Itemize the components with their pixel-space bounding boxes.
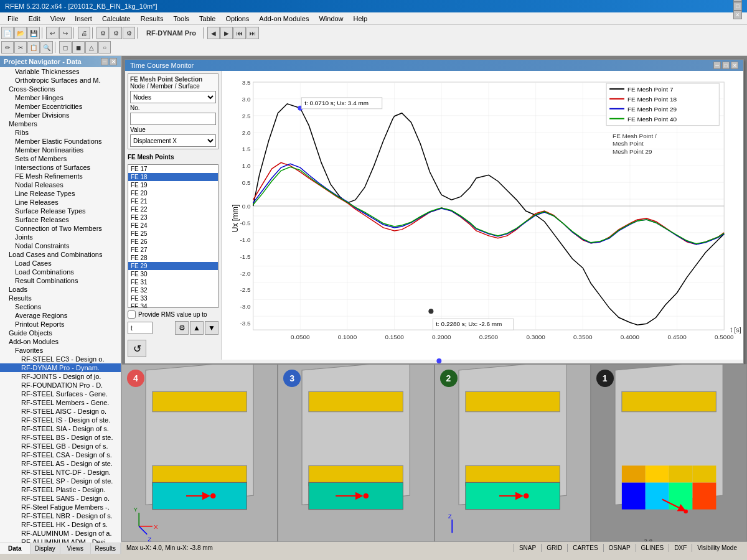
menu-calculate[interactable]: Calculate (97, 14, 136, 24)
sidebar-item-50[interactable]: RF-Steel Fatigue Members -. (0, 503, 121, 511)
sidebar-item-13[interactable]: Nodal Releases (0, 180, 121, 189)
sidebar-tab-results[interactable]: Results (91, 543, 121, 554)
fe-mesh-item[interactable]: FE 28 (128, 254, 218, 262)
tcm-close[interactable]: ✕ (731, 62, 738, 69)
sidebar-minimize[interactable]: ─ (101, 58, 108, 65)
value-dropdown[interactable]: Displacement X (130, 134, 216, 147)
sidebar-item-21[interactable]: Load Cases and Combinations (0, 250, 121, 259)
tb-c1[interactable]: ◀ (207, 27, 220, 39)
tb-b2[interactable]: ⚙ (110, 27, 122, 39)
fe-mesh-item[interactable]: FE 31 (128, 278, 218, 286)
tb-c2[interactable]: ▶ (220, 27, 233, 39)
sidebar-item-41[interactable]: RF-STEEL SIA - Design of s. (0, 424, 121, 433)
fe-mesh-item[interactable]: FE 19 (128, 181, 218, 189)
sidebar-tab-display[interactable]: Display (31, 543, 61, 554)
sidebar-item-12[interactable]: FE Mesh Refinements (0, 172, 121, 180)
menu-table[interactable]: Table (194, 14, 220, 24)
sidebar-item-9[interactable]: Member Nonlinearities (0, 146, 121, 154)
sidebar-item-22[interactable]: Load Cases (0, 259, 121, 268)
tb-b1[interactable]: ⚙ (96, 27, 109, 39)
sidebar-item-27[interactable]: Sections (0, 302, 121, 311)
sidebar-item-17[interactable]: Surface Releases (0, 215, 121, 224)
sidebar-item-10[interactable]: Sets of Members (0, 154, 121, 163)
sidebar-item-14[interactable]: Line Release Types (0, 189, 121, 198)
sidebar-item-19[interactable]: Joints (0, 233, 121, 241)
sidebar-item-29[interactable]: Printout Reports (0, 320, 121, 329)
sidebar-item-40[interactable]: RF-STEEL IS - Design of ste. (0, 416, 121, 424)
tb-open[interactable]: 📂 (14, 27, 27, 39)
menu-help[interactable]: Help (349, 14, 373, 24)
sidebar-item-37[interactable]: RF-STEEL Surfaces - Gene. (0, 390, 121, 398)
sidebar-item-54[interactable]: RF-ALUMINUM ADM - Desi. (0, 538, 121, 543)
sidebar-item-32[interactable]: Favorites (0, 346, 121, 355)
maximize-btn[interactable]: □ (733, 2, 742, 11)
sidebar-item-11[interactable]: Intersections of Surfaces (0, 163, 121, 172)
fe-mesh-item[interactable]: FE 21 (128, 197, 218, 205)
sidebar-item-35[interactable]: RF-JOINTS - Design of jo. (0, 372, 121, 381)
no-input[interactable] (130, 113, 216, 125)
tcm-maximize[interactable]: □ (722, 62, 730, 69)
menu-file[interactable]: File (2, 14, 24, 24)
sidebar-item-53[interactable]: RF-ALUMINUM - Design of a. (0, 529, 121, 538)
fe-mesh-item[interactable]: FE 24 (128, 222, 218, 230)
tb-print[interactable]: 🖨 (78, 27, 90, 39)
fe-mesh-item[interactable]: FE 29 (128, 262, 218, 270)
sidebar-item-47[interactable]: RF-STEEL SP - Design of ste. (0, 477, 121, 485)
fe-mesh-item[interactable]: FE 34 (128, 302, 218, 308)
fe-mesh-item[interactable]: FE 23 (128, 213, 218, 222)
tb-d1[interactable]: ✏ (1, 41, 14, 54)
sidebar-item-26[interactable]: Results (0, 294, 121, 302)
tb-e2[interactable]: ◼ (72, 41, 85, 54)
status-dxf[interactable]: DXF (669, 544, 692, 552)
status-grid[interactable]: GRID (541, 544, 567, 552)
tb-b3[interactable]: ⚙ (123, 27, 135, 39)
sidebar-item-1[interactable]: Orthotropic Surfaces and M. (0, 76, 121, 85)
tcm-minimize[interactable]: ─ (713, 62, 721, 69)
tb-c3[interactable]: ⏮ (233, 27, 246, 39)
fe-mesh-item[interactable]: FE 25 (128, 230, 218, 238)
sidebar-item-36[interactable]: RF-FOUNDATION Pro - D. (0, 381, 121, 390)
sidebar-item-42[interactable]: RF-STEEL BS - Design of ste. (0, 433, 121, 442)
sidebar-item-7[interactable]: Ribs (0, 128, 121, 137)
sidebar-item-31[interactable]: Add-on Modules (0, 337, 121, 346)
sidebar-item-25[interactable]: Loads (0, 285, 121, 294)
node-member-dropdown[interactable]: Nodes (130, 91, 216, 103)
menu-insert[interactable]: Insert (70, 14, 97, 24)
tb-new[interactable]: 📄 (1, 27, 14, 39)
sidebar-item-4[interactable]: Member Eccentricities (0, 102, 121, 111)
sidebar-item-20[interactable]: Nodal Constraints (0, 241, 121, 250)
status-cartes[interactable]: CARTES (567, 544, 603, 552)
status-osnap[interactable]: OSNAP (603, 544, 636, 552)
sidebar-item-39[interactable]: RF-STEEL AISC - Design o. (0, 407, 121, 416)
tb-e1[interactable]: ◻ (59, 41, 72, 54)
tcm-scroll-up[interactable]: ▲ (190, 321, 204, 335)
fe-mesh-item[interactable]: FE 33 (128, 294, 218, 302)
close-btn[interactable]: ✕ (733, 11, 742, 19)
tcm-settings-btn[interactable]: ⚙ (175, 321, 189, 335)
sidebar-item-15[interactable]: Line Releases (0, 198, 121, 207)
sidebar-item-49[interactable]: RF-STEEL SANS - Design o. (0, 494, 121, 503)
sidebar-item-38[interactable]: RF-STEEL Members - Gene. (0, 398, 121, 407)
sidebar-item-52[interactable]: RF-STEEL HK - Design of s. (0, 520, 121, 529)
tb-d3[interactable]: 📋 (27, 41, 40, 54)
sidebar-item-18[interactable]: Connection of Two Members (0, 224, 121, 233)
tb-undo[interactable]: ↩ (46, 27, 59, 39)
sidebar-item-3[interactable]: Member Hinges (0, 93, 121, 102)
menu-options[interactable]: Options (220, 14, 254, 24)
tb-redo[interactable]: ↪ (59, 27, 72, 39)
fe-mesh-item[interactable]: FE 20 (128, 189, 218, 197)
status-visibility[interactable]: Visibility Mode (692, 544, 742, 552)
fe-mesh-item[interactable]: FE 17 (128, 165, 218, 173)
menu-edit[interactable]: Edit (24, 14, 45, 24)
menu-results[interactable]: Results (136, 14, 169, 24)
rms-value-input[interactable] (128, 322, 153, 334)
rms-checkbox[interactable] (128, 310, 136, 319)
tb-e3[interactable]: △ (85, 41, 98, 54)
status-snap[interactable]: SNAP (514, 544, 541, 552)
status-glines[interactable]: GLINES (636, 544, 669, 552)
tcm-scroll-down[interactable]: ▼ (205, 321, 218, 335)
sidebar-item-2[interactable]: Cross-Sections (0, 85, 121, 93)
fe-mesh-listbox[interactable]: FE 17FE 18FE 19FE 20FE 21FE 22FE 23FE 24… (128, 164, 218, 308)
fe-mesh-item[interactable]: FE 32 (128, 286, 218, 294)
sidebar-item-28[interactable]: Average Regions (0, 311, 121, 320)
